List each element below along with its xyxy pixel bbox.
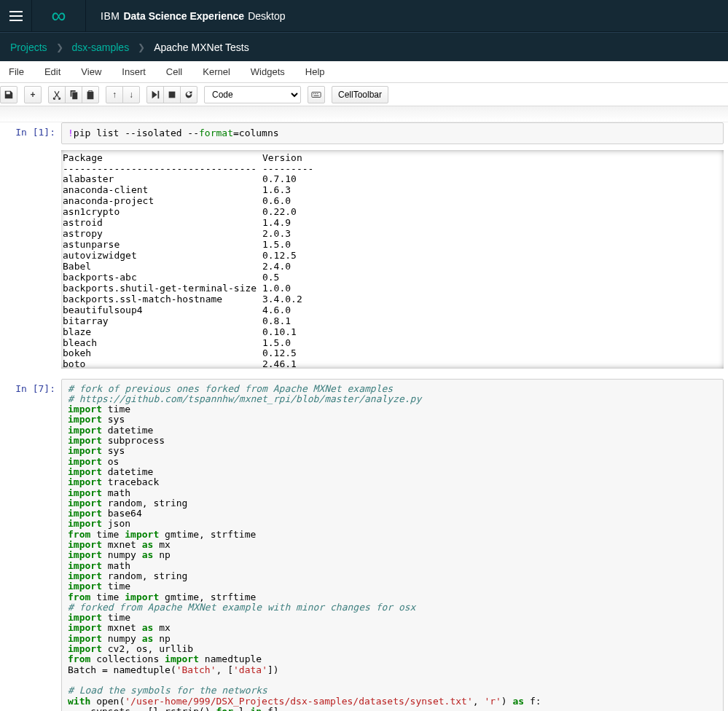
insert-cell-button[interactable]: + [24, 86, 42, 103]
breadcrumb-projects[interactable]: Projects [10, 42, 47, 53]
refresh-icon [184, 90, 194, 100]
input-prompt: In [1]: [4, 122, 61, 144]
input-prompt: In [7]: [4, 379, 61, 711]
code-cell[interactable]: In [7]: # fork of previous ones forked f… [0, 379, 728, 711]
hamburger-icon [9, 11, 23, 21]
logo[interactable]: ∞ [32, 0, 86, 32]
menu-help[interactable]: Help [295, 61, 335, 83]
menu-widgets[interactable]: Widgets [240, 61, 295, 83]
menu-insert[interactable]: Insert [111, 61, 156, 83]
brand-suffix: Desktop [248, 10, 285, 22]
breadcrumb: Projects ❯ dsx-samples ❯ Apache MXNet Te… [0, 32, 728, 61]
plus-icon: + [30, 90, 35, 100]
paste-button[interactable] [82, 86, 99, 103]
move-down-button[interactable]: ↓ [122, 86, 140, 103]
output-prompt [4, 150, 61, 369]
menu-view[interactable]: View [71, 61, 111, 83]
arrow-down-icon: ↓ [129, 90, 133, 100]
svg-rect-0 [169, 91, 176, 98]
save-icon [4, 90, 14, 100]
breadcrumb-project-name[interactable]: dsx-samples [72, 42, 130, 53]
paste-icon [85, 90, 95, 100]
restart-button[interactable] [180, 86, 197, 103]
brand-title: IBM Data Science Experience Desktop [86, 10, 286, 22]
svg-rect-5 [314, 95, 319, 95]
infinity-icon: ∞ [52, 6, 66, 26]
svg-rect-2 [313, 93, 315, 94]
menu-edit[interactable]: Edit [34, 61, 71, 83]
breadcrumb-current: Apache MXNet Tests [154, 42, 248, 53]
menu-kernel[interactable]: Kernel [192, 61, 240, 83]
chevron-right-icon: ❯ [56, 42, 63, 52]
code-input[interactable]: !pip list --isolated --format=columns [61, 122, 724, 144]
menu-cell[interactable]: Cell [156, 61, 192, 83]
command-palette-button[interactable] [308, 86, 325, 103]
interrupt-button[interactable] [163, 86, 181, 103]
code-cell[interactable]: In [1]: !pip list --isolated --format=co… [0, 122, 728, 144]
brand-product: Data Science Experience [123, 10, 244, 22]
svg-rect-3 [315, 93, 316, 94]
copy-icon [69, 90, 79, 100]
svg-rect-4 [317, 93, 318, 94]
celltoolbar-button[interactable]: CellToolbar [332, 86, 388, 103]
svg-rect-1 [312, 92, 321, 97]
scissors-icon [52, 90, 62, 100]
toolbar: + ↑ ↓ CodeMarkdownRaw NBConvertHe [0, 83, 728, 106]
chevron-right-icon: ❯ [138, 42, 145, 52]
cell-type-select[interactable]: CodeMarkdownRaw NBConvertHeading [204, 86, 301, 103]
menu-toggle-button[interactable] [0, 0, 32, 32]
cell-output[interactable]: Package Version ------------------------… [61, 150, 724, 369]
keyboard-icon [311, 90, 321, 100]
move-up-button[interactable]: ↑ [106, 86, 123, 103]
stop-icon [167, 90, 177, 100]
topbar: ∞ IBM Data Science Experience Desktop [0, 0, 728, 32]
toolbar-shadow [0, 106, 728, 122]
output-cell: Package Version ------------------------… [4, 150, 724, 369]
step-forward-icon [150, 90, 160, 100]
cut-button[interactable] [48, 86, 66, 103]
brand-ibm: IBM [101, 10, 120, 22]
save-button[interactable] [0, 86, 17, 103]
arrow-up-icon: ↑ [112, 90, 117, 100]
code-input[interactable]: # fork of previous ones forked from Apac… [61, 379, 724, 711]
run-button[interactable] [146, 86, 164, 103]
notebook: In [1]: !pip list --isolated --format=co… [0, 122, 728, 711]
menubar: File Edit View Insert Cell Kernel Widget… [0, 61, 728, 83]
menu-file[interactable]: File [6, 61, 34, 83]
copy-button[interactable] [65, 86, 82, 103]
